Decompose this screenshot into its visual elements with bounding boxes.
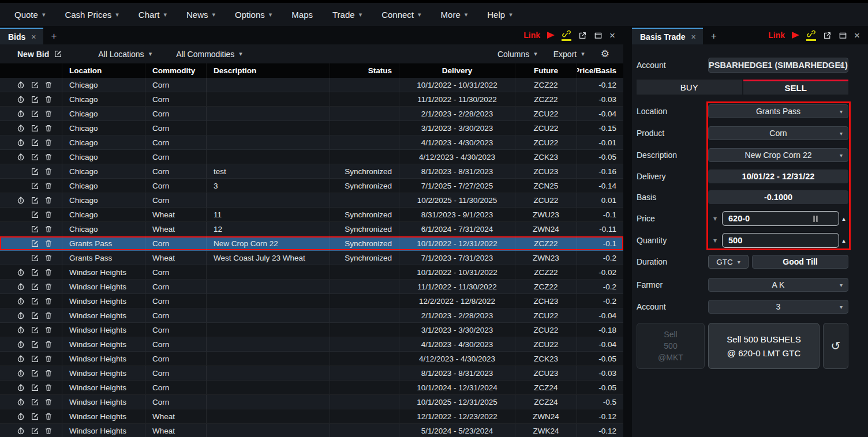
- upload-icon[interactable]: [16, 152, 25, 161]
- sell-market-button[interactable]: Sell 500 @MKT: [637, 323, 705, 369]
- table-row[interactable]: Windsor HeightsWheat12/1/2022 - 12/23/20…: [0, 409, 623, 424]
- gear-icon[interactable]: ⚙: [601, 48, 609, 60]
- column-header-status[interactable]: Status: [330, 63, 399, 78]
- trash-icon[interactable]: [44, 153, 53, 161]
- market-depth-icon[interactable]: [813, 216, 818, 222]
- trash-icon[interactable]: [44, 124, 53, 133]
- location-dropdown[interactable]: Grants Pass ▾: [708, 104, 848, 118]
- table-row[interactable]: ChicagoCorn2/1/2023 - 2/28/2023ZCU22-0.0…: [0, 107, 623, 121]
- close-tab-icon[interactable]: ×: [31, 32, 36, 42]
- edit-icon[interactable]: [31, 95, 39, 104]
- edit-icon[interactable]: [31, 110, 39, 118]
- buy-button[interactable]: BUY: [637, 80, 742, 95]
- trash-icon[interactable]: [44, 239, 53, 248]
- upload-icon[interactable]: [16, 123, 25, 133]
- trash-icon[interactable]: [44, 355, 53, 363]
- panel-splitter[interactable]: [623, 26, 632, 437]
- edit-icon[interactable]: [31, 369, 39, 378]
- description-dropdown[interactable]: New Crop Corn 22 ▾: [708, 148, 848, 162]
- table-row[interactable]: Grants PassCornNew Crop Corn 22Synchroni…: [0, 236, 623, 251]
- close-panel-icon[interactable]: ×: [854, 31, 860, 40]
- menu-item-cash-prices[interactable]: Cash Prices▾: [55, 3, 128, 26]
- table-row[interactable]: ChicagoCorn10/1/2022 - 10/31/2022ZCZ22-0…: [0, 78, 623, 92]
- trash-icon[interactable]: [44, 412, 53, 421]
- table-row[interactable]: Windsor HeightsCorn10/1/2022 - 10/31/202…: [0, 265, 623, 280]
- edit-icon[interactable]: [31, 427, 39, 435]
- upload-icon[interactable]: [16, 340, 25, 349]
- upload-icon[interactable]: [16, 138, 25, 147]
- edit-icon[interactable]: [31, 355, 39, 363]
- quantity-input[interactable]: 500: [722, 233, 839, 248]
- menu-item-chart[interactable]: Chart▾: [129, 3, 177, 26]
- edit-icon[interactable]: [31, 81, 39, 89]
- upload-icon[interactable]: [16, 397, 25, 406]
- table-row[interactable]: ChicagoCorn11/1/2022 - 11/30/2022ZCZ22-0…: [0, 92, 623, 107]
- table-row[interactable]: Grants PassWheatWest Coast July 23 Wheat…: [0, 251, 623, 265]
- edit-icon[interactable]: [31, 412, 39, 421]
- edit-icon[interactable]: [31, 138, 39, 147]
- column-header-commodity[interactable]: Commodity: [145, 63, 207, 78]
- menu-item-quote[interactable]: Quote▾: [5, 3, 55, 26]
- trash-icon[interactable]: [44, 311, 53, 320]
- trash-icon[interactable]: [44, 254, 53, 262]
- trash-icon[interactable]: [44, 95, 53, 104]
- new-bid-button[interactable]: New Bid: [17, 50, 62, 59]
- duration-dropdown[interactable]: GTC ▾: [708, 255, 749, 269]
- table-row[interactable]: Windsor HeightsCorn4/12/2023 - 4/30/2023…: [0, 352, 623, 366]
- upload-icon[interactable]: [16, 80, 25, 89]
- trash-icon[interactable]: [44, 225, 53, 233]
- edit-icon[interactable]: [31, 182, 39, 190]
- window-restore-icon[interactable]: [839, 31, 847, 40]
- trash-icon[interactable]: [44, 427, 53, 435]
- product-dropdown[interactable]: Corn ▾: [708, 126, 848, 140]
- column-header-price-basis[interactable]: Price/Basis: [577, 63, 623, 78]
- upload-icon[interactable]: [16, 426, 25, 435]
- upload-icon[interactable]: [16, 109, 25, 118]
- table-row[interactable]: ChicagoCorn4/1/2023 - 4/30/2023ZCU22-0.0…: [0, 135, 623, 150]
- column-header-description[interactable]: Description: [207, 63, 330, 78]
- edit-icon[interactable]: [31, 282, 39, 291]
- menu-item-options[interactable]: Options▾: [225, 3, 282, 26]
- edit-icon[interactable]: [31, 326, 39, 334]
- edit-icon[interactable]: [31, 254, 39, 262]
- table-row[interactable]: ChicagoWheat12Synchronized6/1/2024 - 7/3…: [0, 222, 623, 236]
- trash-icon[interactable]: [44, 138, 53, 147]
- trash-icon[interactable]: [44, 326, 53, 334]
- edit-icon[interactable]: [31, 297, 39, 306]
- link-label[interactable]: Link: [768, 31, 785, 40]
- table-row[interactable]: Windsor HeightsWheat5/1/2024 - 5/23/2024…: [0, 424, 623, 437]
- table-row[interactable]: Windsor HeightsCorn4/1/2023 - 4/30/2023Z…: [0, 337, 623, 352]
- good-till-button[interactable]: Good Till: [752, 255, 848, 269]
- export-dropdown[interactable]: Export ▾: [553, 50, 585, 59]
- upload-icon[interactable]: [16, 354, 25, 363]
- close-tab-icon[interactable]: ×: [691, 32, 696, 42]
- trash-icon[interactable]: [44, 81, 53, 89]
- upload-icon[interactable]: [16, 412, 25, 421]
- trash-icon[interactable]: [44, 210, 53, 219]
- farmer-dropdown[interactable]: A K ▾: [708, 278, 848, 292]
- trash-icon[interactable]: [44, 297, 53, 306]
- tab-bids[interactable]: Bids ×: [0, 28, 43, 44]
- upload-icon[interactable]: [16, 195, 25, 205]
- trash-icon[interactable]: [44, 182, 53, 190]
- upload-icon[interactable]: [16, 282, 25, 291]
- edit-icon[interactable]: [31, 239, 39, 248]
- trash-icon[interactable]: [44, 398, 53, 406]
- edit-icon[interactable]: [31, 311, 39, 320]
- upload-icon[interactable]: [16, 268, 25, 277]
- upload-icon[interactable]: [16, 95, 25, 104]
- price-increment-caret[interactable]: ▴: [839, 215, 848, 223]
- edit-icon[interactable]: [31, 124, 39, 133]
- table-row[interactable]: Windsor HeightsCorn10/1/2024 - 12/31/202…: [0, 381, 623, 395]
- edit-icon[interactable]: [31, 225, 39, 233]
- edit-icon[interactable]: [31, 153, 39, 161]
- table-row[interactable]: ChicagoCorn10/2/2025 - 11/30/2025ZCU220.…: [0, 193, 623, 208]
- popout-icon[interactable]: [578, 31, 587, 40]
- reset-button[interactable]: ↺: [823, 323, 848, 369]
- edit-icon[interactable]: [31, 383, 39, 392]
- add-tab-button[interactable]: +: [703, 31, 725, 44]
- close-panel-icon[interactable]: ×: [609, 31, 615, 40]
- account2-dropdown[interactable]: 3 ▾: [708, 300, 848, 314]
- price-input[interactable]: 620-0: [722, 211, 839, 226]
- all-commodities-dropdown[interactable]: All Commodities ▾: [176, 50, 242, 59]
